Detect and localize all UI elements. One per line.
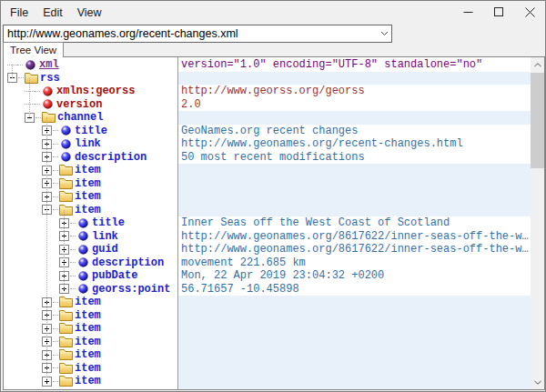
chevron-down-icon	[380, 31, 389, 36]
maximize-button[interactable]	[483, 1, 514, 24]
node-label: item	[75, 362, 101, 375]
tree-row[interactable]: item	[4, 309, 177, 323]
connector-line	[18, 77, 24, 78]
menu-view[interactable]: View	[70, 3, 109, 23]
tree-row[interactable]: item	[4, 362, 177, 376]
value-row	[178, 362, 531, 376]
vertical-scrollbar[interactable]	[531, 57, 544, 389]
values-pane: version="1.0" encoding="UTF-8" standalon…	[178, 57, 531, 389]
value-row	[178, 348, 531, 362]
chevron-up-icon	[534, 63, 541, 67]
value-row: movement 221.685 km	[178, 256, 531, 270]
tree-row[interactable]: georss:point	[4, 283, 177, 297]
value-row	[178, 204, 531, 217]
value-row	[178, 190, 531, 204]
connector-line	[17, 65, 23, 65]
value-row	[178, 375, 531, 388]
tree-connector-line	[29, 78, 31, 117]
value-row	[178, 177, 531, 191]
value-row: GeoNames.org recent changes	[178, 125, 531, 138]
node-label: item	[75, 177, 101, 190]
connector-line	[53, 315, 58, 316]
tree-row[interactable]: item	[4, 177, 177, 191]
url-combobox[interactable]	[3, 25, 392, 43]
tree-row[interactable]: link	[4, 230, 177, 244]
sphere-blue-icon	[76, 271, 90, 281]
tree-row[interactable]: title	[4, 125, 177, 138]
sphere-blue-icon	[59, 139, 73, 149]
tree-row[interactable]: item	[4, 322, 177, 336]
window-controls	[452, 1, 545, 24]
scrollbar-track[interactable]	[531, 72, 544, 375]
maximize-icon	[494, 7, 504, 17]
connector-line	[53, 130, 58, 131]
menu-bar: File Edit View	[1, 3, 109, 23]
tree-row[interactable]: item	[4, 164, 177, 177]
tree-row[interactable]: description	[4, 256, 177, 270]
tree-row[interactable]: item	[4, 375, 177, 388]
tree-row[interactable]: xml	[4, 58, 177, 72]
connector-line	[70, 288, 76, 289]
connector-line	[53, 209, 58, 210]
node-label: item	[75, 322, 101, 335]
tree-connector-line	[64, 210, 66, 289]
tree-row[interactable]: link	[4, 137, 177, 151]
minimize-button[interactable]	[452, 1, 483, 24]
connector-line	[35, 104, 40, 105]
sphere-purple-icon	[24, 60, 37, 70]
tree-row[interactable]: item	[4, 336, 177, 349]
node-label: link	[92, 230, 118, 243]
value-row: Inner Seas off the West Coast of Scotlan…	[178, 216, 531, 230]
tree-row[interactable]: item	[4, 204, 177, 217]
tree-row[interactable]: guid	[4, 243, 177, 256]
scroll-down-button[interactable]	[531, 375, 544, 389]
menu-edit[interactable]: Edit	[35, 3, 70, 23]
folder-icon	[25, 73, 38, 84]
tree-row[interactable]: pubDate	[4, 269, 177, 283]
connector-line	[70, 249, 76, 250]
scroll-up-button[interactable]	[531, 57, 544, 72]
node-label: xmlns:georss	[56, 85, 135, 97]
value-row: 2.0	[178, 98, 531, 112]
connector-line	[53, 170, 58, 171]
sphere-blue-icon	[76, 245, 90, 255]
tree-row[interactable]: title	[4, 216, 177, 230]
tree-row[interactable]: item	[4, 348, 177, 362]
tab-label: Tree View	[10, 45, 56, 55]
connector-line	[53, 355, 58, 356]
tree-row[interactable]: item	[4, 190, 177, 204]
tree-row[interactable]: item	[4, 296, 177, 309]
menu-file[interactable]: File	[3, 3, 35, 23]
node-label: channel	[57, 111, 103, 124]
connector-line	[70, 276, 76, 276]
folder-icon	[59, 297, 73, 307]
scrollbar-thumb[interactable]	[531, 73, 544, 168]
node-label: item	[75, 204, 101, 216]
folder-icon	[59, 165, 73, 176]
sphere-red-icon	[41, 86, 55, 96]
value-row	[178, 296, 531, 309]
caption-bar: File Edit View	[1, 1, 545, 24]
chevron-down-icon	[534, 380, 541, 385]
folder-icon	[42, 112, 56, 123]
tree-connector-line	[12, 65, 14, 78]
sphere-blue-icon	[59, 126, 73, 136]
node-label: item	[75, 336, 101, 348]
sphere-blue-icon	[59, 152, 73, 162]
connector-line	[53, 302, 58, 303]
close-button[interactable]	[514, 1, 545, 24]
url-input[interactable]	[4, 26, 377, 41]
connector-line	[70, 236, 76, 236]
value-row	[178, 309, 531, 323]
combobox-dropdown-button[interactable]	[377, 25, 391, 42]
connector-line	[70, 223, 76, 224]
tab-tree-view[interactable]: Tree View	[3, 42, 64, 57]
folder-icon	[59, 337, 73, 347]
tree-row[interactable]: description	[4, 151, 177, 165]
tree-pane: xmlrssxmlns:georssversionchanneltitlelin…	[4, 57, 177, 389]
node-label: xml	[39, 58, 59, 71]
connector-line	[53, 341, 58, 342]
value-row	[178, 336, 531, 349]
connector-line	[53, 367, 58, 368]
connector-line	[53, 328, 58, 329]
